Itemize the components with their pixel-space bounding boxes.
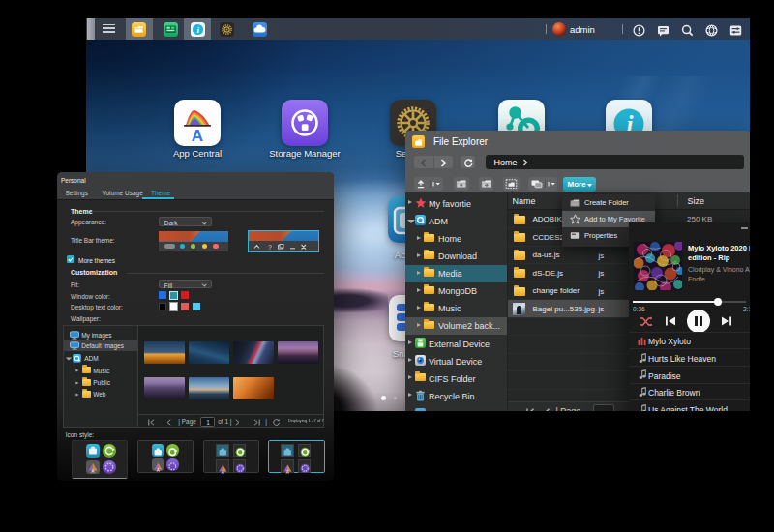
svg-text:A: A: [286, 469, 289, 474]
svg-text:?: ?: [268, 244, 272, 250]
svg-text:A: A: [192, 127, 203, 145]
svg-text:A: A: [222, 469, 224, 474]
svg-text:A: A: [157, 467, 160, 472]
